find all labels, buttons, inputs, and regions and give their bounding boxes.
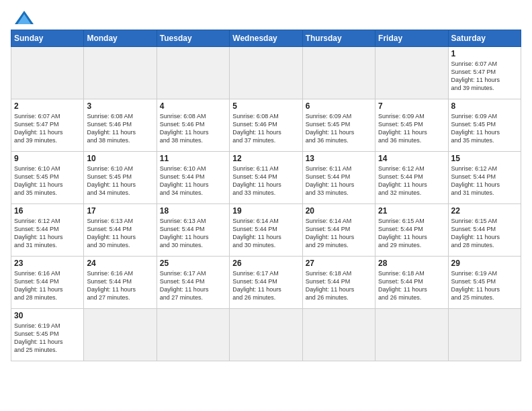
day-number: 28: [378, 259, 445, 268]
day-number: 14: [378, 154, 445, 163]
calendar-day: 27Sunrise: 6:18 AMSunset: 5:44 PMDayligh…: [302, 257, 375, 309]
calendar-day: 30Sunrise: 6:19 AMSunset: 5:45 PMDayligh…: [11, 309, 84, 361]
day-info: Sunrise: 6:07 AMSunset: 5:47 PMDaylight:…: [451, 60, 518, 93]
day-number: 23: [14, 259, 81, 268]
day-info: Sunrise: 6:08 AMSunset: 5:46 PMDaylight:…: [160, 112, 226, 145]
day-info: Sunrise: 6:09 AMSunset: 5:45 PMDaylight:…: [378, 112, 445, 145]
calendar-day: 14Sunrise: 6:12 AMSunset: 5:44 PMDayligh…: [375, 152, 448, 204]
day-number: 30: [14, 311, 81, 320]
calendar-day: [375, 47, 448, 99]
day-number: 3: [87, 101, 153, 111]
day-number: 8: [451, 101, 518, 111]
calendar-day: 21Sunrise: 6:15 AMSunset: 5:44 PMDayligh…: [375, 204, 448, 257]
day-number: 17: [87, 206, 153, 216]
day-info: Sunrise: 6:12 AMSunset: 5:44 PMDaylight:…: [14, 217, 81, 250]
weekday-header-saturday: Saturday: [448, 30, 521, 47]
day-number: 24: [87, 259, 153, 268]
weekday-header-friday: Friday: [375, 30, 448, 47]
calendar-day: 20Sunrise: 6:14 AMSunset: 5:44 PMDayligh…: [302, 204, 375, 257]
logo-icon: [15, 11, 34, 24]
day-info: Sunrise: 6:15 AMSunset: 5:44 PMDaylight:…: [378, 217, 445, 250]
calendar-day: 24Sunrise: 6:16 AMSunset: 5:44 PMDayligh…: [84, 257, 157, 309]
calendar-day: [230, 309, 302, 361]
calendar-day: 15Sunrise: 6:12 AMSunset: 5:44 PMDayligh…: [448, 152, 521, 204]
calendar-day: [157, 309, 229, 361]
day-number: 6: [306, 101, 372, 111]
day-number: 20: [306, 206, 372, 216]
calendar-day: 28Sunrise: 6:18 AMSunset: 5:44 PMDayligh…: [375, 257, 448, 309]
calendar-day: 23Sunrise: 6:16 AMSunset: 5:44 PMDayligh…: [11, 257, 84, 309]
calendar-day: 29Sunrise: 6:19 AMSunset: 5:45 PMDayligh…: [448, 257, 521, 309]
day-number: 15: [451, 154, 518, 163]
day-info: Sunrise: 6:18 AMSunset: 5:44 PMDaylight:…: [306, 269, 372, 302]
calendar-row: 23Sunrise: 6:16 AMSunset: 5:44 PMDayligh…: [11, 257, 521, 309]
calendar-day: 10Sunrise: 6:10 AMSunset: 5:45 PMDayligh…: [84, 152, 157, 204]
calendar-day: [84, 47, 157, 99]
calendar-day: 18Sunrise: 6:13 AMSunset: 5:44 PMDayligh…: [157, 204, 229, 257]
weekday-header-row: SundayMondayTuesdayWednesdayThursdayFrid…: [11, 30, 521, 47]
day-number: 9: [14, 154, 81, 163]
calendar-day: 6Sunrise: 6:09 AMSunset: 5:45 PMDaylight…: [302, 99, 375, 152]
day-number: 5: [232, 101, 299, 111]
day-info: Sunrise: 6:09 AMSunset: 5:45 PMDaylight:…: [451, 112, 518, 145]
calendar-row: 30Sunrise: 6:19 AMSunset: 5:45 PMDayligh…: [11, 309, 521, 361]
calendar-day: 4Sunrise: 6:08 AMSunset: 5:46 PMDaylight…: [157, 99, 229, 152]
day-info: Sunrise: 6:14 AMSunset: 5:44 PMDaylight:…: [232, 217, 299, 250]
calendar-row: 9Sunrise: 6:10 AMSunset: 5:45 PMDaylight…: [11, 152, 521, 204]
day-info: Sunrise: 6:11 AMSunset: 5:44 PMDaylight:…: [306, 165, 372, 197]
day-info: Sunrise: 6:14 AMSunset: 5:44 PMDaylight:…: [306, 217, 372, 250]
calendar-day: 19Sunrise: 6:14 AMSunset: 5:44 PMDayligh…: [230, 204, 302, 257]
weekday-header-thursday: Thursday: [302, 30, 375, 47]
calendar-day: 26Sunrise: 6:17 AMSunset: 5:44 PMDayligh…: [230, 257, 302, 309]
calendar-day: 8Sunrise: 6:09 AMSunset: 5:45 PMDaylight…: [448, 99, 521, 152]
calendar-day: [11, 47, 84, 99]
calendar-day: 12Sunrise: 6:11 AMSunset: 5:44 PMDayligh…: [230, 152, 302, 204]
calendar-day: [84, 309, 157, 361]
weekday-header-monday: Monday: [84, 30, 157, 47]
weekday-header-wednesday: Wednesday: [230, 30, 302, 47]
day-number: 13: [306, 154, 372, 163]
day-info: Sunrise: 6:19 AMSunset: 5:45 PMDaylight:…: [451, 269, 518, 302]
day-info: Sunrise: 6:15 AMSunset: 5:44 PMDaylight:…: [451, 217, 518, 250]
header: [11, 11, 521, 24]
calendar-day: 3Sunrise: 6:08 AMSunset: 5:46 PMDaylight…: [84, 99, 157, 152]
day-number: 2: [14, 101, 81, 111]
calendar-day: 7Sunrise: 6:09 AMSunset: 5:45 PMDaylight…: [375, 99, 448, 152]
weekday-header-tuesday: Tuesday: [157, 30, 229, 47]
day-info: Sunrise: 6:10 AMSunset: 5:45 PMDaylight:…: [14, 165, 81, 197]
page: SundayMondayTuesdayWednesdayThursdayFrid…: [0, 0, 532, 411]
calendar-day: 5Sunrise: 6:08 AMSunset: 5:46 PMDaylight…: [230, 99, 302, 152]
day-info: Sunrise: 6:10 AMSunset: 5:44 PMDaylight:…: [160, 165, 226, 197]
logo: [11, 11, 34, 24]
day-number: 22: [451, 206, 518, 216]
day-number: 11: [160, 154, 226, 163]
day-info: Sunrise: 6:19 AMSunset: 5:45 PMDaylight:…: [14, 322, 81, 355]
calendar-day: 25Sunrise: 6:17 AMSunset: 5:44 PMDayligh…: [157, 257, 229, 309]
day-info: Sunrise: 6:12 AMSunset: 5:44 PMDaylight:…: [378, 165, 445, 197]
weekday-header-sunday: Sunday: [11, 30, 84, 47]
day-info: Sunrise: 6:17 AMSunset: 5:44 PMDaylight:…: [232, 269, 299, 302]
calendar-day: [375, 309, 448, 361]
day-number: 10: [87, 154, 153, 163]
calendar-day: [302, 309, 375, 361]
calendar-row: 2Sunrise: 6:07 AMSunset: 5:47 PMDaylight…: [11, 99, 521, 152]
calendar-day: [157, 47, 229, 99]
day-number: 18: [160, 206, 226, 216]
calendar-day: 22Sunrise: 6:15 AMSunset: 5:44 PMDayligh…: [448, 204, 521, 257]
calendar-day: [302, 47, 375, 99]
day-number: 25: [160, 259, 226, 268]
calendar-row: 1Sunrise: 6:07 AMSunset: 5:47 PMDaylight…: [11, 47, 521, 99]
day-info: Sunrise: 6:12 AMSunset: 5:44 PMDaylight:…: [451, 165, 518, 197]
day-info: Sunrise: 6:10 AMSunset: 5:45 PMDaylight:…: [87, 165, 153, 197]
day-info: Sunrise: 6:13 AMSunset: 5:44 PMDaylight:…: [87, 217, 153, 250]
calendar-day: [230, 47, 302, 99]
day-number: 7: [378, 101, 445, 111]
calendar-day: 1Sunrise: 6:07 AMSunset: 5:47 PMDaylight…: [448, 47, 521, 99]
day-info: Sunrise: 6:07 AMSunset: 5:47 PMDaylight:…: [14, 112, 81, 145]
day-info: Sunrise: 6:08 AMSunset: 5:46 PMDaylight:…: [87, 112, 153, 145]
day-number: 12: [232, 154, 299, 163]
day-number: 16: [14, 206, 81, 216]
calendar-row: 16Sunrise: 6:12 AMSunset: 5:44 PMDayligh…: [11, 204, 521, 257]
day-number: 21: [378, 206, 445, 216]
day-info: Sunrise: 6:13 AMSunset: 5:44 PMDaylight:…: [160, 217, 226, 250]
